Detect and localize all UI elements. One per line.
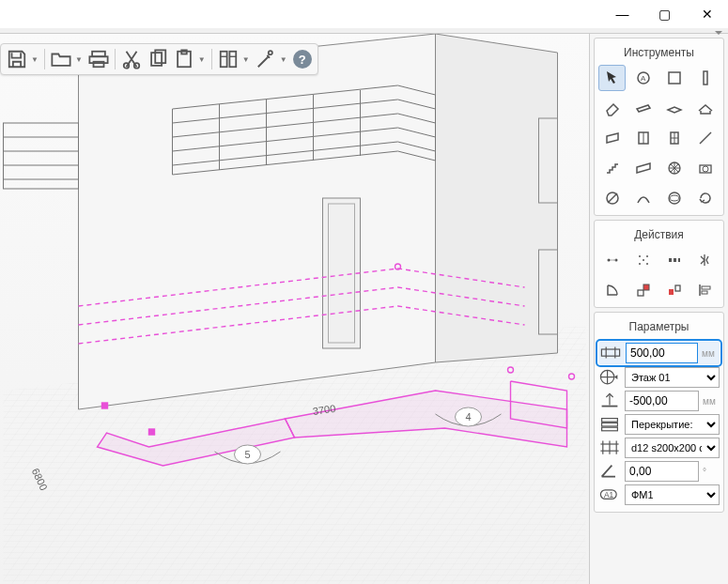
select-tool[interactable] <box>598 65 626 91</box>
stretch-action[interactable] <box>661 277 689 303</box>
camera-tool[interactable] <box>692 155 720 181</box>
svg-point-63 <box>703 166 708 172</box>
maximize-button[interactable]: ▢ <box>643 0 686 28</box>
unit-mm: мм <box>702 348 719 359</box>
slab-tool[interactable] <box>661 95 689 121</box>
opening-tool[interactable] <box>598 125 626 151</box>
array-action[interactable] <box>629 247 657 273</box>
mark-select[interactable]: ФМ1 <box>625 484 720 505</box>
type-select[interactable]: Перекрытие: <box>625 414 720 435</box>
param-floor-row: Этаж 01 <box>598 367 720 388</box>
distribute-action[interactable] <box>661 247 689 273</box>
svg-line-56 <box>700 132 711 144</box>
eraser-tool[interactable] <box>598 95 626 121</box>
svg-rect-78 <box>638 290 643 296</box>
open-dropdown-icon[interactable]: ▼ <box>75 55 83 64</box>
layers-dropdown-icon[interactable]: ▼ <box>242 55 250 64</box>
elevation-input[interactable] <box>625 391 699 411</box>
line-tool[interactable] <box>692 125 720 151</box>
building-model: 5 4 3700 6800 <box>0 34 589 584</box>
svg-rect-95 <box>602 423 618 427</box>
floor-select[interactable]: Этаж 01 <box>625 367 720 388</box>
svg-rect-40 <box>102 403 108 408</box>
mesh-tool[interactable] <box>661 155 689 181</box>
thickness-icon <box>599 343 622 363</box>
rebar-icon <box>598 438 621 458</box>
separator <box>44 49 45 69</box>
window-titlebar: — ▢ ✕ <box>0 0 728 28</box>
tools-panel-title: Инструменты <box>598 42 720 65</box>
minimize-button[interactable]: — <box>601 0 643 28</box>
mirror-action[interactable] <box>692 247 720 273</box>
viewport-3d[interactable]: ▼ ▼ ▼ ▼ <box>0 34 589 584</box>
svg-rect-36 <box>539 118 558 203</box>
svg-rect-75 <box>669 258 672 262</box>
params-panel-title: Параметры <box>598 316 720 339</box>
open-button[interactable] <box>51 49 71 69</box>
unit-mm: мм <box>703 396 720 407</box>
section-tool[interactable] <box>598 185 626 211</box>
svg-rect-37 <box>539 250 558 334</box>
svg-rect-41 <box>149 429 155 435</box>
curve-tool[interactable] <box>629 185 657 211</box>
rotate-action[interactable] <box>598 277 626 303</box>
save-dropdown-icon[interactable]: ▼ <box>31 55 39 64</box>
wall-tool[interactable] <box>661 65 689 91</box>
svg-point-72 <box>639 263 641 265</box>
save-button[interactable] <box>7 49 27 69</box>
type-icon <box>598 414 621 435</box>
paste-dropdown-icon[interactable]: ▼ <box>198 55 206 64</box>
cut-button[interactable] <box>121 49 142 69</box>
main-toolbar: ▼ ▼ ▼ ▼ <box>0 43 318 75</box>
separator <box>115 49 116 69</box>
svg-rect-96 <box>602 428 618 432</box>
roof-tool[interactable] <box>692 95 720 121</box>
stair-tool[interactable] <box>598 155 626 181</box>
help-button[interactable]: ? <box>293 50 312 69</box>
param-mark-row: A1 ФМ1 <box>598 484 720 505</box>
param-type-row: Перекрытие: <box>598 414 720 435</box>
settings-dropdown-icon[interactable]: ▼ <box>280 55 287 64</box>
settings-button[interactable] <box>256 49 276 69</box>
floor-icon <box>598 367 621 388</box>
svg-rect-86 <box>601 349 619 356</box>
copy-button[interactable] <box>147 49 168 69</box>
svg-line-65 <box>608 193 617 203</box>
annotation-tool[interactable]: A <box>629 65 657 91</box>
elevation-icon <box>598 391 621 411</box>
actions-panel-title: Действия <box>598 224 720 247</box>
svg-point-71 <box>646 255 648 257</box>
rotate-tool[interactable] <box>692 185 720 211</box>
angle-icon <box>598 461 621 482</box>
grid-tool[interactable] <box>661 185 689 211</box>
svg-point-66 <box>669 192 680 204</box>
svg-rect-82 <box>675 285 680 291</box>
mark-icon: A1 <box>598 484 621 505</box>
ramp-tool[interactable] <box>629 155 657 181</box>
door-tool[interactable] <box>661 125 689 151</box>
svg-point-73 <box>646 263 648 265</box>
svg-rect-84 <box>702 286 710 289</box>
svg-rect-50 <box>704 71 707 85</box>
svg-rect-85 <box>702 291 707 294</box>
axis-bubble-4: 4 <box>466 411 472 423</box>
thickness-input[interactable] <box>626 343 698 363</box>
angle-input[interactable] <box>625 461 699 482</box>
param-angle-row: ° <box>598 461 720 482</box>
print-button[interactable] <box>88 49 109 69</box>
svg-rect-77 <box>678 258 680 262</box>
right-sidebar: Инструменты A <box>589 34 728 584</box>
params-panel: Параметры мм Этаж 01 мм Перекрытие: <box>594 312 724 513</box>
move-action[interactable] <box>598 247 626 273</box>
align-action[interactable] <box>692 277 720 303</box>
close-button[interactable]: ✕ <box>686 0 728 28</box>
param-thickness-row: мм <box>598 342 720 364</box>
window-tool[interactable] <box>629 125 657 151</box>
paste-button[interactable] <box>174 49 194 69</box>
param-rebar-row: d12 s200x200 c <box>598 438 720 458</box>
column-tool[interactable] <box>692 65 720 91</box>
beam-tool[interactable] <box>629 95 657 121</box>
layers-button[interactable] <box>218 49 239 69</box>
scale-action[interactable] <box>629 277 657 303</box>
rebar-select[interactable]: d12 s200x200 c <box>625 438 720 458</box>
